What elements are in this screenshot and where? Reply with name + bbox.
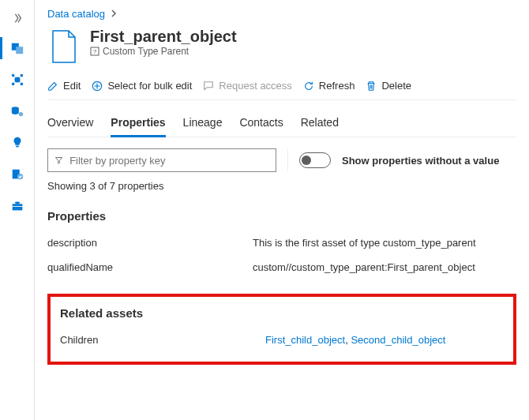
properties-heading: Properties bbox=[47, 209, 516, 223]
svg-point-3 bbox=[11, 74, 14, 77]
property-value: This is the first asset of type custom_t… bbox=[253, 237, 516, 249]
property-key: description bbox=[47, 237, 253, 249]
breadcrumb: Data catalog bbox=[47, 6, 516, 28]
property-value: custom//custom_type_parent:First_parent_… bbox=[253, 261, 516, 273]
svg-rect-14 bbox=[12, 206, 22, 207]
sidebar-item-sources[interactable] bbox=[0, 64, 35, 96]
svg-rect-9 bbox=[16, 146, 19, 148]
plus-circle-icon bbox=[92, 81, 103, 92]
sidebar-item-data[interactable] bbox=[0, 96, 35, 127]
divider bbox=[287, 149, 288, 171]
breadcrumb-root[interactable]: Data catalog bbox=[47, 8, 105, 20]
edit-button[interactable]: Edit bbox=[47, 80, 81, 92]
sidebar-item-catalog[interactable] bbox=[0, 32, 35, 64]
refresh-button[interactable]: Refresh bbox=[303, 80, 355, 92]
asset-header: First_parent_object ? Custom Type Parent bbox=[47, 28, 516, 72]
tab-related[interactable]: Related bbox=[301, 111, 339, 137]
tab-overview[interactable]: Overview bbox=[47, 111, 93, 137]
chevron-right-icon bbox=[110, 8, 118, 20]
filter-input[interactable] bbox=[69, 155, 269, 167]
svg-point-8 bbox=[18, 112, 22, 116]
left-nav bbox=[0, 0, 35, 420]
property-key: qualifiedName bbox=[47, 261, 253, 273]
delete-button[interactable]: Delete bbox=[366, 80, 411, 92]
related-heading: Related assets bbox=[60, 306, 504, 320]
tabs: Overview Properties Lineage Contacts Rel… bbox=[47, 105, 516, 137]
property-row: description This is the first asset of t… bbox=[47, 231, 516, 255]
tab-contacts[interactable]: Contacts bbox=[239, 111, 283, 137]
asset-type-label: ? Custom Type Parent bbox=[90, 46, 237, 57]
related-row: Children First_child_object, Second_chil… bbox=[60, 328, 504, 352]
svg-point-6 bbox=[20, 83, 23, 86]
svg-point-4 bbox=[20, 74, 23, 77]
sidebar-item-management[interactable] bbox=[0, 190, 35, 222]
bulk-edit-button[interactable]: Select for bulk edit bbox=[92, 80, 192, 92]
svg-text:?: ? bbox=[93, 48, 97, 55]
property-row: qualifiedName custom//custom_type_parent… bbox=[47, 255, 516, 279]
comment-icon bbox=[203, 81, 214, 92]
show-empty-toggle[interactable] bbox=[299, 152, 331, 168]
request-access-button: Request access bbox=[203, 80, 292, 92]
tab-lineage[interactable]: Lineage bbox=[183, 111, 223, 137]
toggle-knob bbox=[302, 156, 311, 165]
file-icon bbox=[47, 28, 81, 66]
related-key: Children bbox=[60, 334, 265, 346]
filter-input-wrapper[interactable] bbox=[47, 148, 276, 172]
type-icon: ? bbox=[90, 47, 99, 56]
related-value: First_child_object, Second_child_object bbox=[265, 334, 504, 346]
svg-rect-12 bbox=[12, 204, 22, 210]
toolbar: Edit Select for bulk edit Request access… bbox=[47, 72, 516, 100]
showing-count: Showing 3 of 7 properties bbox=[47, 180, 516, 192]
tab-properties[interactable]: Properties bbox=[111, 111, 165, 137]
expand-nav-icon[interactable] bbox=[12, 6, 23, 32]
trash-icon bbox=[366, 81, 377, 92]
sidebar-item-insights[interactable] bbox=[0, 127, 35, 159]
toggle-label: Show properties without a value bbox=[342, 155, 499, 167]
svg-rect-13 bbox=[15, 202, 19, 204]
child-link[interactable]: First_child_object bbox=[265, 334, 345, 346]
sidebar-item-policy[interactable] bbox=[0, 159, 35, 190]
svg-point-5 bbox=[11, 83, 14, 86]
main-content: Data catalog First_parent_object ? Custo… bbox=[35, 0, 529, 420]
child-link[interactable]: Second_child_object bbox=[351, 334, 445, 346]
pencil-icon bbox=[47, 81, 58, 92]
related-assets-section: Related assets Children First_child_obje… bbox=[47, 294, 516, 365]
filter-row: Show properties without a value bbox=[47, 148, 516, 172]
page-title: First_parent_object bbox=[90, 28, 237, 46]
filter-icon bbox=[54, 156, 63, 165]
svg-rect-1 bbox=[16, 47, 23, 54]
refresh-icon bbox=[303, 81, 314, 92]
